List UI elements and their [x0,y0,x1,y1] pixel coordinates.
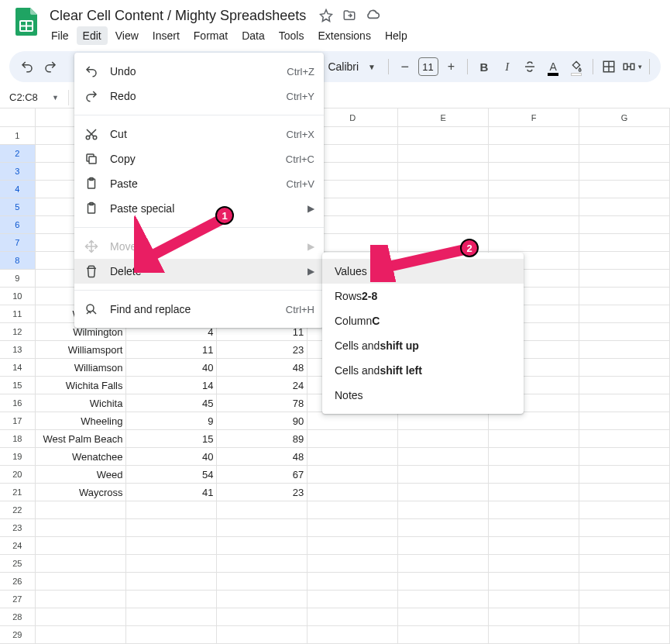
cell[interactable] [126,501,217,518]
cell[interactable] [489,412,579,429]
cell[interactable] [126,519,217,536]
cell[interactable]: 45 [126,394,217,412]
menu-redo[interactable]: Redo Ctrl+Y [74,84,324,108]
cell[interactable] [489,145,579,162]
menu-copy[interactable]: Copy Ctrl+C [74,146,324,171]
submenu-shift-left[interactable]: Cells and shift left [322,358,524,383]
cell[interactable]: Williamsport [36,341,127,358]
cloud-status-icon[interactable] [365,8,380,23]
cell[interactable] [126,573,217,590]
cell[interactable] [217,519,308,536]
cell[interactable] [398,127,489,144]
cell[interactable] [217,537,308,554]
cell[interactable] [489,519,579,536]
cell[interactable] [579,163,670,180]
cell[interactable] [398,519,489,536]
undo-button[interactable] [17,55,37,78]
cell[interactable] [579,591,670,608]
row-header[interactable]: 23 [0,519,36,536]
cell[interactable] [308,448,398,465]
cell[interactable] [579,323,670,340]
select-all-corner[interactable] [0,108,36,126]
cell[interactable] [489,234,579,251]
menu-edit[interactable]: Edit [77,26,108,45]
cell[interactable] [398,181,489,198]
cell[interactable] [489,591,579,608]
menu-format[interactable]: Format [187,26,234,45]
cell[interactable] [126,555,217,572]
row-header[interactable]: 5 [0,198,36,215]
cell[interactable] [308,591,398,608]
row-header[interactable]: 15 [0,377,36,394]
cell[interactable] [217,591,308,608]
cell[interactable]: 23 [217,484,308,501]
menu-find-replace[interactable]: Find and replace Ctrl+H [74,297,324,322]
cell[interactable] [398,484,489,501]
menu-extensions[interactable]: Extensions [311,26,376,45]
cell[interactable] [579,430,670,447]
cell[interactable] [579,501,670,518]
cell[interactable]: 40 [126,448,217,465]
submenu-notes[interactable]: Notes [322,383,524,408]
cell[interactable] [398,591,489,608]
cell[interactable] [398,608,489,625]
cell[interactable]: 24 [217,377,308,394]
cell[interactable]: 23 [217,341,308,358]
cell[interactable]: 54 [126,466,217,483]
submenu-column[interactable]: Column C [322,308,524,333]
cell[interactable] [398,573,489,590]
row-header[interactable]: 16 [0,394,36,412]
cell[interactable] [489,573,579,590]
cell[interactable]: Waycross [36,484,127,501]
cell[interactable]: 78 [217,394,308,412]
cell[interactable] [579,466,670,483]
cell[interactable] [579,198,670,215]
cell[interactable] [308,555,398,572]
cell[interactable] [36,537,127,554]
cell[interactable] [579,484,670,501]
row-header[interactable]: 28 [0,608,36,625]
cell[interactable] [308,537,398,554]
cell[interactable] [398,412,489,429]
menu-delete[interactable]: Delete ▶ [74,259,324,284]
cell[interactable] [398,555,489,572]
row-header[interactable]: 2 [0,145,36,162]
menu-view[interactable]: View [109,26,145,45]
borders-button[interactable] [600,55,620,78]
cell[interactable] [579,127,670,144]
submenu-rows[interactable]: Rows 2-8 [322,284,524,308]
move-to-folder-icon[interactable] [342,8,357,23]
cell[interactable] [398,198,489,215]
cell[interactable]: 14 [126,377,217,394]
cell[interactable] [36,608,127,625]
row-header[interactable]: 1 [0,127,36,144]
cell[interactable] [398,626,489,643]
cell[interactable]: West Palm Beach [36,430,127,447]
menu-file[interactable]: File [45,26,75,45]
cell[interactable] [398,466,489,483]
row-header[interactable]: 4 [0,181,36,198]
cell[interactable] [579,519,670,536]
font-name-select[interactable]: Calibri ▼ [321,60,382,73]
cell[interactable] [579,216,670,233]
cell[interactable] [579,270,670,287]
cell[interactable] [217,573,308,590]
cell[interactable] [579,573,670,590]
cell[interactable] [217,501,308,518]
cell[interactable] [308,484,398,501]
app-logo[interactable] [11,6,42,37]
cell[interactable] [579,288,670,305]
cell[interactable] [489,127,579,144]
submenu-values[interactable]: Values [322,259,524,284]
row-header[interactable]: 20 [0,466,36,483]
cell[interactable] [36,626,127,643]
row-header[interactable]: 17 [0,412,36,429]
cell[interactable] [489,555,579,572]
cell[interactable] [579,341,670,358]
doc-title[interactable]: Clear Cell Content / Mighty Spreadsheets [45,6,311,26]
cell[interactable] [398,448,489,465]
row-header[interactable]: 22 [0,501,36,518]
cell[interactable] [36,591,127,608]
row-header[interactable]: 7 [0,234,36,251]
bold-button[interactable]: B [474,55,494,78]
